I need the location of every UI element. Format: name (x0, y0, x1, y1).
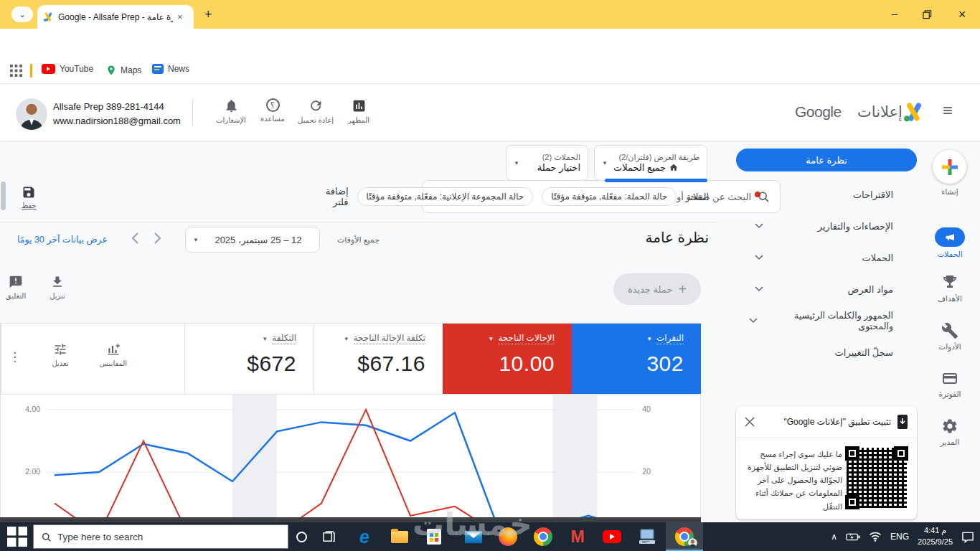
refresh-button[interactable]: إعادة تحميل (293, 98, 338, 124)
taskbar-store[interactable] (424, 527, 444, 547)
chevron-down-icon (755, 223, 763, 229)
rail-tools-label: الأدوات (925, 342, 975, 351)
account-email: www.nadirsion188@gmail.com (53, 116, 181, 126)
kebab-menu-icon[interactable]: ⋮ (9, 349, 21, 364)
account-avatar[interactable] (16, 98, 47, 130)
header-divider (192, 100, 193, 126)
start-button[interactable] (7, 527, 27, 547)
help-label: مساعدة (260, 115, 285, 123)
browser-tab[interactable]: Google - Allsafe Prep - نظرة عامة × (37, 5, 194, 29)
account-name: Allsafe Prep 389-281-4144 (53, 101, 164, 112)
task-view-button[interactable] (319, 527, 339, 547)
wifi-icon[interactable] (869, 532, 882, 542)
help-icon: ؟ (266, 98, 280, 112)
campaign-selector[interactable]: ▼ الحملات (2) اختيار حملة (506, 145, 588, 181)
appearance-button[interactable]: المظهر (336, 98, 381, 124)
bookmark-youtube[interactable]: YouTube (42, 64, 93, 74)
taskbar-chrome-active[interactable] (666, 522, 703, 551)
restore-icon (923, 10, 932, 19)
horizontal-scrollbar[interactable] (0, 517, 701, 522)
scorecard-label[interactable]: النقرات (656, 333, 684, 344)
taskbar-mail[interactable] (463, 527, 484, 547)
rail-item-campaigns[interactable] (935, 227, 965, 247)
help-button[interactable]: ؟ مساعدة (250, 98, 295, 123)
apps-grid-icon[interactable] (10, 65, 22, 77)
metrics-button[interactable]: المقاييس (93, 342, 133, 367)
tab-close-icon[interactable]: × (177, 11, 183, 22)
sidebar-item-overview[interactable]: نظرة عامة (736, 149, 917, 171)
adjust-button[interactable]: تعديل (44, 342, 76, 367)
bookmark-label: YouTube (60, 64, 93, 74)
battery-icon[interactable] (846, 532, 860, 541)
sidebar-item-recommendations[interactable]: الاقتراحات (736, 184, 917, 205)
show-last-30-days-link[interactable]: عرض بيانات آخر 30 يومًا (17, 234, 108, 245)
youtube-icon (42, 64, 55, 74)
download-button[interactable]: تنزيل (42, 275, 73, 300)
performance-chart[interactable]: 4.00 2.00 40 20 (0, 395, 701, 522)
date-prev-chevron[interactable] (132, 232, 139, 245)
add-filter-button[interactable]: إضافة فلتر (308, 186, 349, 207)
rail-campaigns-label: الحملات (925, 250, 975, 258)
filter-chip-campaign-status[interactable]: حالة الحملة: مفعّلة, متوقفة مؤقتًا (542, 187, 677, 206)
tray-chevron-up-icon[interactable]: ∧ (831, 532, 837, 542)
bookmark-label: News (168, 64, 189, 74)
taskbar-youtube[interactable] (602, 527, 622, 547)
window-restore-button[interactable] (923, 9, 932, 22)
action-center-icon[interactable] (961, 531, 974, 543)
view-mode-selector[interactable]: ▼ طريقة العرض (فلتران/2) جميع الحملات (594, 145, 707, 181)
tab-search-button[interactable]: ⌄ (11, 6, 33, 22)
scorecard-value: $67.16 (321, 352, 425, 376)
close-icon[interactable] (745, 417, 755, 427)
bookmark-label: Maps (121, 65, 141, 75)
scorecard-label[interactable]: التكلفة (272, 333, 296, 344)
screen: ⌄ Google - Allsafe Prep - نظرة عامة × + … (0, 0, 980, 551)
taskbar-chrome[interactable] (533, 527, 553, 547)
qr-code (845, 446, 908, 509)
language-indicator[interactable]: ENG (890, 532, 909, 542)
sidebar-item-assets[interactable]: مواد العرض (736, 278, 917, 300)
cortana-icon (296, 532, 307, 542)
save-button[interactable]: حفظ (22, 185, 37, 209)
bookmark-news[interactable]: News (152, 64, 189, 74)
scorecard-label[interactable]: تكلفة الإحالة الناجحة (354, 333, 425, 344)
save-label: حفظ (22, 202, 37, 209)
taskbar-gmail[interactable]: M (567, 527, 588, 547)
date-range-selector[interactable]: ▼ 12 – 25 سبتمبر، 2025 (185, 227, 320, 253)
feedback-button[interactable]: التعليق (0, 275, 32, 300)
caret-down-icon: ▼ (488, 336, 494, 342)
bookmark-maps[interactable]: Maps (106, 64, 141, 77)
scorecard-label[interactable]: الإحالات الناجحة (498, 333, 555, 344)
rail-item-billing[interactable] (941, 369, 958, 390)
notifications-button[interactable]: الإشعارات (209, 98, 253, 124)
vertical-scrollbar[interactable] (1, 182, 6, 210)
scorecard-conversions[interactable]: ▼الإحالات الناجحة 10.00 (443, 324, 572, 394)
sidebar-item-change-history[interactable]: سجلّ التغييرات (736, 342, 917, 363)
taskbar-edge[interactable]: e (354, 527, 374, 547)
rail-item-admin[interactable] (941, 418, 958, 438)
date-next-chevron[interactable] (154, 232, 161, 245)
cortana-button[interactable] (291, 527, 311, 547)
firefox-icon (499, 527, 517, 546)
sidebar-item-insights-reports[interactable]: الإحصاءات والتقارير (736, 215, 917, 237)
tools-icon (941, 322, 958, 339)
taskbar-file-explorer[interactable] (390, 527, 410, 547)
scorecard-cost[interactable]: ▼التكلفة $672 (184, 324, 314, 394)
create-button[interactable] (933, 150, 966, 184)
window-close-button[interactable]: × (951, 7, 973, 22)
window-minimize-button[interactable]: – (884, 7, 905, 19)
new-tab-button[interactable]: + (204, 7, 212, 22)
taskbar-remote-desktop[interactable] (637, 527, 657, 547)
filter-chip-adgroup-status[interactable]: حالة المجموعة الإعلانية: مفعّلة, متوقفة … (357, 187, 534, 206)
taskbar-search-input[interactable]: Type here to search (33, 524, 288, 549)
scorecard-cost-per-conversion[interactable]: ▼تكلفة الإحالة الناجحة $67.16 (314, 324, 443, 394)
sidebar-item-audiences-keywords[interactable]: الجمهور والكلمات الرئيسية والمحتوى (736, 310, 917, 331)
scorecard-clicks[interactable]: ▼النقرات 302 (572, 324, 701, 394)
taskbar-firefox[interactable] (498, 527, 518, 547)
left-axis-tick-2: 2.00 (25, 467, 40, 476)
hamburger-menu-icon[interactable]: ≡ (943, 100, 953, 121)
taskbar-clock[interactable]: 4:41 م 2025/9/25 (918, 525, 953, 548)
rail-item-goals[interactable] (941, 274, 958, 294)
rail-item-tools[interactable] (941, 322, 958, 342)
sidebar-item-campaigns[interactable]: الحملات (736, 247, 917, 268)
new-campaign-button[interactable]: حملة جديدة + (613, 273, 701, 305)
